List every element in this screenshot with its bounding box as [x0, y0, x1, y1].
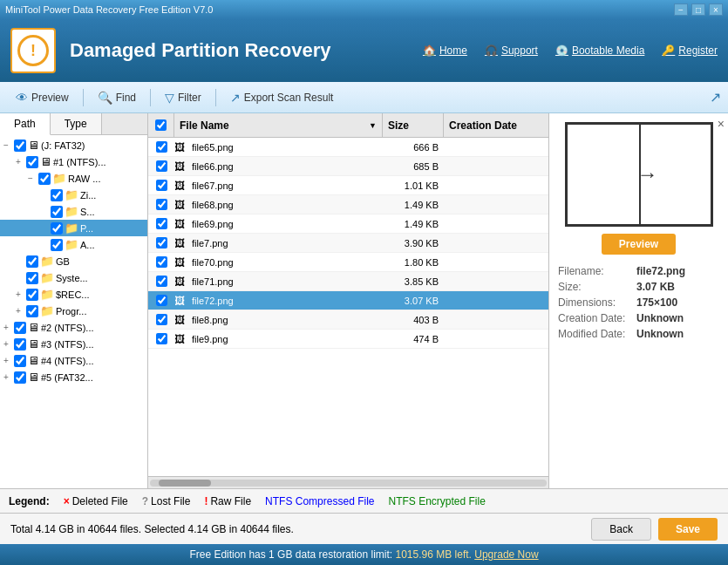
nav-support[interactable]: 🎧 Support — [485, 44, 538, 57]
save-button[interactable]: Save — [658, 518, 718, 541]
file-checkbox[interactable] — [156, 141, 167, 153]
close-preview-button[interactable]: × — [718, 117, 725, 131]
tree-item[interactable]: 📁Syste... — [0, 269, 147, 286]
window-controls[interactable]: − □ × — [674, 3, 723, 16]
col-header-date[interactable]: Creation Date — [444, 113, 548, 137]
export-button[interactable]: ↗ Export Scan Result — [221, 87, 343, 108]
tree-expand-icon[interactable]: − — [3, 140, 14, 150]
file-checkbox[interactable] — [156, 314, 167, 325]
tab-type[interactable]: Type — [51, 113, 102, 134]
table-row[interactable]: 🖼file72.png3.07 KB — [148, 291, 548, 310]
nav-home[interactable]: 🏠 Home — [423, 44, 467, 57]
share-icon[interactable]: ↗ — [710, 90, 721, 105]
tree-expand-icon[interactable]: + — [3, 356, 14, 365]
tree-checkbox[interactable] — [26, 305, 38, 317]
table-row[interactable]: 🖼file7.png3.90 KB — [148, 234, 548, 253]
tree-checkbox[interactable] — [14, 338, 26, 351]
col-header-size[interactable]: Size — [383, 113, 444, 137]
tree-checkbox[interactable] — [51, 189, 63, 201]
tree-checkbox[interactable] — [51, 206, 63, 218]
tree-checkbox[interactable] — [26, 255, 38, 268]
legend-raw: ! Raw File — [204, 495, 251, 507]
file-type-icon: 🖼 — [174, 160, 192, 173]
tree-checkbox[interactable] — [51, 239, 63, 251]
file-checkbox[interactable] — [156, 295, 167, 306]
preview-action-button[interactable]: Preview — [602, 234, 676, 255]
tree-expand-icon[interactable]: + — [3, 323, 14, 332]
file-checkbox[interactable] — [156, 180, 167, 191]
horizontal-scrollbar[interactable] — [148, 476, 548, 488]
tree-expand-icon[interactable]: + — [16, 157, 26, 167]
tree-item[interactable]: 📁A... — [0, 236, 147, 253]
file-checkbox[interactable] — [156, 256, 167, 268]
table-row[interactable]: 🖼file8.png403 B — [148, 310, 548, 330]
tree-folder-icon: 🖥 — [28, 371, 39, 384]
tree-checkbox[interactable] — [14, 140, 26, 152]
minimize-button[interactable]: − — [674, 3, 688, 16]
filter-button[interactable]: ▽ Filter — [156, 87, 210, 108]
tree-item[interactable]: +📁Progr... — [0, 303, 147, 319]
close-button[interactable]: × — [709, 3, 723, 16]
tree-area[interactable]: −🖥(J: FAT32)+🖥#1 (NTFS)...−📁RAW ... 📁Zi.… — [0, 135, 147, 488]
tree-item[interactable]: +🖥#4 (NTFS)... — [0, 352, 147, 369]
bottom-buttons: Back Save — [591, 518, 718, 541]
tree-expand-icon[interactable]: + — [3, 372, 14, 382]
maximize-button[interactable]: □ — [691, 3, 705, 16]
tree-label: #3 (NTFS)... — [41, 339, 94, 350]
table-row[interactable]: 🖼file71.png3.85 KB — [148, 272, 548, 291]
tree-item[interactable]: 📁Zi... — [0, 187, 147, 203]
tree-expand-icon[interactable]: + — [16, 306, 26, 316]
file-checkbox[interactable] — [156, 160, 167, 172]
file-size-cell: 403 B — [383, 315, 444, 325]
preview-button[interactable]: 👁 Preview — [7, 87, 78, 108]
table-row[interactable]: 🖼file69.png1.49 KB — [148, 214, 548, 234]
back-button[interactable]: Back — [591, 518, 651, 541]
file-list-body[interactable]: 🖼file65.png666 B🖼file66.png685 B🖼file67.… — [148, 138, 548, 476]
select-all-checkbox[interactable] — [155, 119, 167, 131]
tree-item[interactable]: 📁P... — [0, 220, 147, 236]
find-button[interactable]: 🔍 Find — [89, 87, 145, 108]
table-row[interactable]: 🖼file66.png685 B — [148, 157, 548, 176]
nav-register[interactable]: 🔑 Register — [662, 44, 718, 57]
nav-bootable-media[interactable]: 💿 Bootable Media — [555, 44, 644, 57]
file-checkbox[interactable] — [156, 333, 167, 344]
tree-folder-icon: 🖥 — [28, 337, 39, 351]
tree-expand-icon[interactable]: − — [28, 174, 38, 183]
tree-checkbox[interactable] — [26, 289, 38, 301]
tree-item[interactable]: +📁$REC... — [0, 286, 147, 303]
register-icon: 🔑 — [662, 44, 675, 57]
tree-checkbox[interactable] — [14, 355, 26, 367]
tree-item[interactable]: −🖥(J: FAT32) — [0, 137, 147, 153]
tree-item[interactable]: 📁GB — [0, 253, 147, 269]
table-row[interactable]: 🖼file67.png1.01 KB — [148, 176, 548, 195]
header: ! Damaged Partition Recovery 🏠 Home 🎧 Su… — [0, 19, 728, 82]
table-row[interactable]: 🖼file68.png1.49 KB — [148, 195, 548, 214]
tree-expand-icon[interactable]: + — [3, 339, 14, 349]
tree-item[interactable]: +🖥#5 (FAT32... — [0, 369, 147, 385]
tree-item[interactable]: −📁RAW ... — [0, 170, 147, 187]
file-type-icon: 🖼 — [174, 199, 192, 211]
col-header-name[interactable]: File Name ▼ — [174, 113, 383, 137]
tab-path[interactable]: Path — [0, 113, 51, 135]
file-checkbox[interactable] — [156, 237, 167, 248]
table-row[interactable]: 🖼file9.png474 B — [148, 330, 548, 349]
file-checkbox[interactable] — [156, 276, 167, 287]
tree-checkbox[interactable] — [14, 322, 26, 334]
tree-label: Progr... — [56, 306, 86, 317]
table-row[interactable]: 🖼file70.png1.80 KB — [148, 253, 548, 272]
file-checkbox[interactable] — [156, 218, 167, 229]
table-row[interactable]: 🖼file65.png666 B — [148, 138, 548, 157]
tree-checkbox[interactable] — [26, 156, 38, 168]
upgrade-link[interactable]: Upgrade Now — [474, 548, 538, 561]
tree-checkbox[interactable] — [26, 272, 38, 284]
tree-checkbox[interactable] — [51, 222, 63, 235]
tree-expand-icon[interactable]: + — [16, 289, 26, 299]
file-checkbox[interactable] — [156, 199, 167, 210]
tree-item[interactable]: +🖥#1 (NTFS)... — [0, 153, 147, 170]
tree-item[interactable]: +🖥#2 (NTFS)... — [0, 319, 147, 336]
tree-item[interactable]: 📁S... — [0, 203, 147, 220]
tree-checkbox[interactable] — [14, 371, 26, 384]
tree-checkbox[interactable] — [38, 173, 51, 185]
scroll-thumb[interactable] — [159, 480, 211, 487]
tree-item[interactable]: +🖥#3 (NTFS)... — [0, 336, 147, 352]
